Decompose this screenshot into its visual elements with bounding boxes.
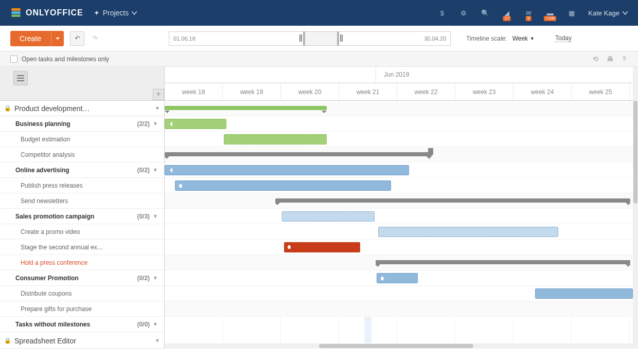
pin-icon [287, 245, 291, 249]
task-row[interactable]: Hold a press conference [0, 255, 164, 270]
gantt-month-header: Jun 2019 [165, 67, 638, 83]
onlyoffice-icon [10, 7, 22, 19]
gantt-bar[interactable] [376, 260, 630, 264]
gantt-bar[interactable] [165, 119, 226, 129]
print-icon[interactable]: 🖶 [606, 56, 613, 63]
app-logo[interactable]: ONLYOFFICE [10, 7, 83, 19]
gantt-bar[interactable] [175, 180, 391, 191]
toolbar: Create ↶ ↷ 01.06.18 30.04.20 Timeline sc… [0, 26, 638, 51]
milestone-row[interactable]: Consumer Promotion(0/2)▼ [0, 270, 164, 286]
chevron-down-icon: ▼ [153, 275, 158, 281]
search-icon[interactable]: 🔍 [480, 8, 490, 18]
gantt-bar[interactable] [165, 106, 327, 110]
row-name: Distribute coupons [21, 290, 158, 297]
gantt-bar[interactable] [535, 288, 633, 299]
create-button[interactable]: Create [10, 31, 64, 46]
row-name: Tasks without milestones [15, 321, 137, 328]
history-buttons: ↶ ↷ [70, 31, 102, 46]
arrow-left-icon [167, 168, 172, 173]
milestone-row[interactable]: Business planning(2/2)▼ [0, 116, 164, 132]
pin-icon [380, 276, 384, 280]
scale-dropdown[interactable]: Week ▼ [512, 35, 535, 42]
scroll-thumb[interactable] [633, 101, 637, 204]
gantt-bar[interactable] [224, 134, 327, 144]
row-name: Prepare gifts for purchase [21, 305, 158, 313]
row-name: Stage the second annual ex… [21, 244, 158, 251]
task-row[interactable]: Publish press releases [0, 178, 164, 193]
feed-badge: 17 [503, 16, 511, 21]
help-icon[interactable]: ? [621, 56, 628, 63]
filter-bar: Open tasks and milestones only ⟲ 🖶 ? [0, 51, 638, 67]
project-header[interactable]: 🔒 Spreadsheet Editor ▼ [0, 333, 164, 349]
gantt-week-header: week 18week 19week 20week 21week 22week … [165, 83, 638, 101]
task-list-header: + [0, 67, 164, 101]
refresh-icon[interactable]: ⟲ [592, 56, 599, 63]
row-name: Online advertising [15, 167, 137, 174]
row-name: Business planning [15, 120, 137, 128]
chevron-down-icon: ▼ [530, 36, 535, 41]
main-area: + 🔒 Product development… ▼ Business plan… [0, 67, 638, 349]
task-row[interactable]: Competitor analysis [0, 147, 164, 162]
row-count: (2/2) [137, 120, 150, 128]
list-menu-button[interactable] [13, 71, 28, 85]
row-name: Create a promo video [21, 228, 158, 235]
row-name: Send newsletters [21, 197, 158, 205]
task-row[interactable]: Stage the second annual ex… [0, 240, 164, 255]
row-name: Publish press releases [21, 182, 158, 189]
timeline-window[interactable] [303, 31, 339, 46]
timeline-start: 01.06.18 [173, 35, 196, 42]
task-row[interactable]: Budget estimation [0, 132, 164, 147]
milestone-row[interactable]: Tasks without milestones(0/0)▼ [0, 317, 164, 332]
vertical-scrollbar[interactable] [633, 67, 638, 349]
week-column: week 22 [397, 83, 455, 100]
mail-badge: 9 [526, 16, 531, 21]
week-column: week 21 [339, 83, 397, 100]
chevron-down-icon: ▼ [153, 167, 158, 173]
gantt-chart: Jun 2019 week 18week 19week 20week 21wee… [165, 67, 638, 349]
open-only-label: Open tasks and milestones only [22, 56, 109, 63]
row-name: Budget estimation [21, 136, 158, 143]
chat-icon[interactable]: ▬>100 [545, 8, 555, 18]
arrow-left-icon [167, 121, 172, 126]
user-menu[interactable]: Kate Kage [588, 9, 628, 17]
gantt-bar[interactable] [165, 152, 431, 156]
week-column: week 20 [281, 83, 339, 100]
timeline-end: 30.04.20 [424, 35, 446, 42]
row-name: Hold a press conference [21, 259, 158, 266]
gantt-bar[interactable] [275, 198, 630, 203]
project-header[interactable]: 🔒 Product development… ▼ [0, 101, 164, 116]
add-project-button[interactable]: + [153, 89, 164, 100]
undo-button[interactable]: ↶ [70, 31, 84, 46]
module-dropdown[interactable]: ✦ Projects [94, 9, 137, 17]
task-row[interactable]: Distribute coupons [0, 286, 164, 301]
gantt-bar[interactable] [378, 227, 558, 237]
header-actions: $ ⚙ 🔍 ◢17 ✉9 ▬>100 ▦ Kate Kage [437, 8, 628, 18]
lock-icon: 🔒 [4, 337, 11, 344]
scroll-thumb[interactable] [319, 344, 473, 348]
redo-button[interactable]: ↷ [87, 31, 102, 46]
gantt-bar[interactable] [282, 211, 375, 222]
milestone-row[interactable]: Sales promotion campaign(0/3)▼ [0, 209, 164, 224]
gantt-bar[interactable] [377, 273, 418, 283]
row-name: Consumer Promotion [15, 275, 137, 282]
today-link[interactable]: Today [555, 34, 572, 42]
calendar-icon[interactable]: ▦ [566, 8, 577, 18]
pin-icon [179, 184, 183, 188]
milestone-marker[interactable] [428, 148, 433, 154]
task-row[interactable]: Create a promo video [0, 224, 164, 240]
horizontal-scrollbar[interactable] [165, 343, 633, 349]
milestone-row[interactable]: Online advertising(0/2)▼ [0, 162, 164, 178]
payments-icon[interactable]: $ [437, 8, 447, 18]
task-row[interactable]: Prepare gifts for purchase [0, 301, 164, 317]
open-only-checkbox[interactable] [10, 56, 17, 63]
timeline-overview[interactable]: 01.06.18 30.04.20 [169, 31, 451, 46]
mail-icon[interactable]: ✉9 [523, 8, 534, 18]
feed-icon[interactable]: ◢17 [502, 8, 512, 18]
gantt-grid[interactable] [165, 101, 638, 349]
gantt-bar[interactable] [284, 242, 360, 252]
settings-icon[interactable]: ⚙ [458, 8, 469, 18]
task-row[interactable]: Send newsletters [0, 193, 164, 209]
gantt-bar[interactable] [165, 165, 409, 175]
chevron-down-icon: ▼ [153, 213, 158, 219]
chat-badge: >100 [544, 16, 556, 21]
